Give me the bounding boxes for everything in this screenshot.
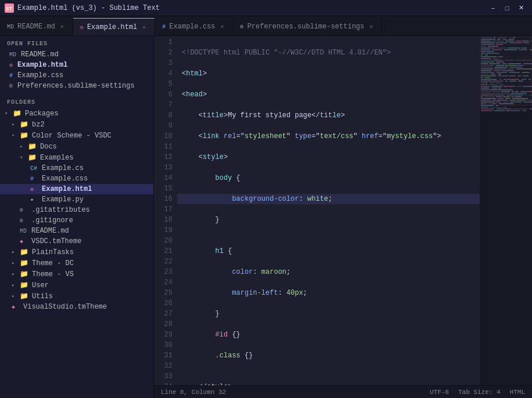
svg-text:ST: ST <box>6 6 12 12</box>
sidebar-item-vsdc-tmtheme[interactable]: ◈ VSDC.tmTheme <box>0 236 153 247</box>
theme-dc-label: Theme - DC <box>31 259 74 267</box>
of-example-css-label: Example.css <box>15 71 63 79</box>
utils-label: Utils <box>31 292 53 301</box>
folder-packages-icon: 📁 <box>13 109 21 118</box>
tab-example-css-close[interactable]: ✕ <box>219 23 226 31</box>
packages-label: Packages <box>24 110 59 118</box>
folder-utils-icon: 📁 <box>20 292 28 301</box>
line-6: <style> <box>177 152 480 162</box>
gitignore-icon: ⚙ <box>20 217 28 224</box>
maximize-button[interactable]: □ <box>501 3 513 13</box>
line-col-status[interactable]: Line 8, Column 32 <box>161 389 226 396</box>
sidebar-item-example-py[interactable]: ✦ Example.py <box>0 194 153 205</box>
tab-preferences[interactable]: ⚙ Preferences.sublime-settings ✕ <box>233 18 383 35</box>
user-label: User <box>31 281 49 290</box>
chevron-user: ▸ <box>12 282 17 288</box>
syntax-status[interactable]: HTML <box>510 389 525 396</box>
line-4: <title>My first styled page</title> <box>177 110 480 121</box>
sidebar-item-of-readme[interactable]: MD README.md <box>0 49 153 60</box>
example-py-label: Example.py <box>41 196 84 204</box>
editor-area: 12345 678910 1112131415 1617181920 21222… <box>154 36 532 398</box>
close-button[interactable]: ✕ <box>515 3 527 13</box>
sidebar-item-packages[interactable]: ▾ 📁 Packages <box>0 108 153 119</box>
sidebar-item-example-html-file[interactable]: ◇ Example.html <box>0 184 153 194</box>
tab-size-status[interactable]: Tab Size: 4 <box>458 389 501 396</box>
tab-example-html[interactable]: ◇ Example.html ✕ <box>73 18 155 35</box>
example-html-file-label: Example.html <box>41 185 92 193</box>
folder-plain-tasks-icon: 📁 <box>20 248 28 256</box>
folder-docs-icon: 📁 <box>28 142 37 151</box>
tab-example-html-label: Example.html <box>87 23 137 31</box>
chevron-utils: ▸ <box>12 293 17 299</box>
of-readme-label: README.md <box>19 50 59 59</box>
sidebar-item-theme-dc[interactable]: ▸ 📁 Theme - DC <box>0 258 153 269</box>
chevron-examples: ▾ <box>20 154 26 161</box>
folder-theme-vs-icon: 📁 <box>20 270 28 278</box>
sidebar-item-visualstudio-tmtheme[interactable]: ◈ VisualStudio.tmTheme <box>0 302 153 312</box>
sidebar-item-gitattributes[interactable]: ⚙ .gitattributes <box>0 205 153 215</box>
sidebar-item-of-example-html[interactable]: ◇ Example.html <box>0 60 153 70</box>
of-preferences-label: Preferences.sublime-settings <box>15 82 135 90</box>
cs-icon: C# <box>30 165 38 172</box>
tab-readme[interactable]: MD README.md ✕ <box>0 18 73 35</box>
status-left: Line 8, Column 32 <box>161 389 226 396</box>
chevron-theme-vs: ▸ <box>12 271 17 277</box>
main-layout: OPEN FILES MD README.md ◇ Example.html #… <box>0 36 532 398</box>
sidebar-item-example-css-file[interactable]: # Example.css <box>0 173 153 184</box>
code-panel[interactable]: 12345 678910 1112131415 1617181920 21222… <box>154 36 480 385</box>
minimap <box>480 36 532 385</box>
sidebar-item-gitignore[interactable]: ⚙ .gitignore <box>0 215 153 226</box>
chevron-docs: ▸ <box>20 143 26 150</box>
app-icon: ST <box>5 3 14 13</box>
sidebar-item-readme-file[interactable]: MD README.md <box>0 226 153 236</box>
line-14: } <box>177 309 480 319</box>
chevron-plain-tasks: ▸ <box>12 249 17 255</box>
line-12: color: maroon; <box>177 267 480 277</box>
css-icon-tree: # <box>30 176 38 182</box>
window-title: Example.html (vs_3) - Sublime Text <box>17 4 160 12</box>
html-icon-of: ◇ <box>5 61 13 68</box>
encoding-status[interactable]: UTF-8 <box>430 389 449 396</box>
tab-readme-close[interactable]: ✕ <box>59 23 66 31</box>
tab-preferences-label: Preferences.sublime-settings <box>247 23 365 31</box>
line-5: <link rel="stylesheet" type="text/css" h… <box>177 131 480 142</box>
sidebar-item-of-example-css[interactable]: # Example.css <box>0 70 153 81</box>
html-icon-tree: ◇ <box>30 186 38 193</box>
line-11: h1 { <box>177 246 480 256</box>
chevron-theme-dc: ▸ <box>12 260 17 266</box>
sidebar-item-user[interactable]: ▸ 📁 User <box>0 280 153 291</box>
examples-label: Examples <box>39 154 74 162</box>
sidebar-item-examples[interactable]: ▾ 📁 Examples <box>0 152 153 163</box>
sidebar-item-utils[interactable]: ▸ 📁 Utils <box>0 291 153 302</box>
sidebar-item-bz2[interactable]: ▸ 📁 bz2 <box>0 119 153 130</box>
code-editor[interactable]: <!DOCTYPE html PUBLIC "-//W3C//DTD HTML … <box>177 36 480 385</box>
folder-color-scheme-icon: 📁 <box>20 131 28 140</box>
docs-label: Docs <box>39 143 57 151</box>
tab-preferences-close[interactable]: ✕ <box>368 23 375 31</box>
line-3: <head> <box>177 89 480 100</box>
chevron-packages: ▾ <box>5 110 10 117</box>
tab-example-html-close[interactable]: ✕ <box>141 23 148 31</box>
sidebar-item-example-cs[interactable]: C# Example.cs <box>0 163 153 173</box>
git-icon: ⚙ <box>20 207 28 214</box>
tab-example-css[interactable]: # Example.css ✕ <box>155 18 233 35</box>
editor-content: 12345 678910 1112131415 1617181920 21222… <box>154 36 532 385</box>
folder-bz2-icon: 📁 <box>20 120 28 129</box>
plain-tasks-label: PlainTasks <box>31 248 74 256</box>
sidebar-item-theme-vs[interactable]: ▸ 📁 Theme - VS <box>0 269 153 280</box>
tab-readme-label: README.md <box>17 23 55 31</box>
line-numbers: 12345 678910 1112131415 1617181920 21222… <box>154 36 177 385</box>
line-7: body { <box>177 173 480 183</box>
sidebar-item-docs[interactable]: ▸ 📁 Docs <box>0 141 153 152</box>
sidebar-item-of-preferences[interactable]: ⚙ Preferences.sublime-settings <box>0 81 153 91</box>
md-icon: MD <box>5 52 16 58</box>
status-bar: Line 8, Column 32 UTF-8 Tab Size: 4 HTML <box>154 385 532 398</box>
visualstudio-tmtheme-label: VisualStudio.tmTheme <box>22 303 107 311</box>
color-scheme-label: Color Scheme - VSDC <box>31 132 112 140</box>
gitattributes-label: .gitattributes <box>30 206 90 214</box>
sidebar-item-plain-tasks[interactable]: ▸ 📁 PlainTasks <box>0 247 153 258</box>
title-bar: ST Example.html (vs_3) - Sublime Text − … <box>0 0 532 16</box>
folder-examples-icon: 📁 <box>28 153 37 162</box>
minimize-button[interactable]: − <box>487 3 499 13</box>
sidebar-item-color-scheme[interactable]: ▾ 📁 Color Scheme - VSDC <box>0 130 153 141</box>
